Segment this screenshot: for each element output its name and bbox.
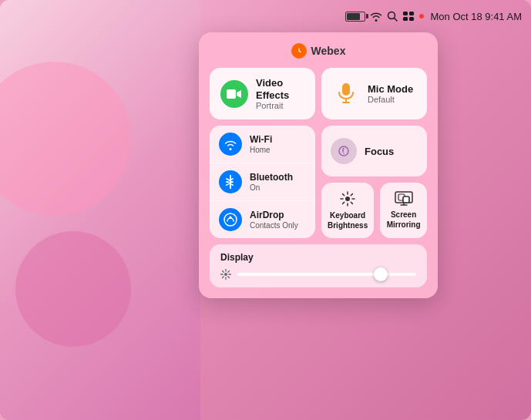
svg-line-21 <box>351 202 352 203</box>
display-section: Display <box>210 244 427 287</box>
menu-time: Mon Oct 18 9:41 AM <box>430 11 522 22</box>
svg-line-36 <box>228 277 230 278</box>
wifi-text: Wi-Fi Home <box>250 134 272 153</box>
wifi-icon <box>219 133 242 156</box>
bluetooth-item[interactable]: Bluetooth On <box>210 163 315 201</box>
focus-icon <box>331 138 357 164</box>
svg-line-1 <box>395 18 398 22</box>
svg-line-35 <box>223 271 224 273</box>
control-center-panel: Webex Video Effects Portrait <box>199 32 438 298</box>
airdrop-text: AirDrop Contacts Only <box>250 210 298 229</box>
webex-icon <box>291 43 307 59</box>
wifi-subtitle: Home <box>250 146 272 154</box>
brightness-slider[interactable] <box>237 273 416 276</box>
svg-line-37 <box>228 271 230 273</box>
brightness-min-icon <box>220 269 231 280</box>
screen-mirroring-label: Screen Mirroring <box>386 210 421 230</box>
keyboard-brightness-tile[interactable]: Keyboard Brightness <box>321 183 374 238</box>
control-center-menu-icon[interactable] <box>402 11 415 22</box>
focus-title: Focus <box>365 146 394 157</box>
bluetooth-icon <box>219 170 242 193</box>
battery-icon <box>345 12 365 22</box>
airdrop-icon <box>219 208 242 231</box>
wifi-title: Wi-Fi <box>250 134 272 145</box>
svg-rect-7 <box>227 89 236 99</box>
search-menu-icon[interactable] <box>387 11 398 22</box>
bluetooth-text: Bluetooth On <box>250 172 293 191</box>
bg-decoration-1 <box>0 62 131 216</box>
svg-point-13 <box>230 217 232 219</box>
airdrop-subtitle: Contacts Only <box>250 221 298 230</box>
menubar-dot <box>419 14 424 18</box>
screen-mirroring-tile[interactable]: Screen Mirroring <box>380 183 427 238</box>
svg-point-12 <box>224 213 237 226</box>
bluetooth-title: Bluetooth <box>250 172 293 183</box>
top-row: Video Effects Portrait Mic Mode Defaul <box>210 68 427 119</box>
svg-rect-5 <box>409 17 414 21</box>
video-effects-tile[interactable]: Video Effects Portrait <box>210 68 315 119</box>
mic-mode-tile[interactable]: Mic Mode Default <box>321 68 427 119</box>
mic-mode-icon <box>332 80 360 108</box>
brightness-fill <box>237 273 381 276</box>
wifi-item[interactable]: Wi-Fi Home <box>210 126 315 163</box>
brightness-thumb <box>374 267 388 281</box>
wifi-menu-icon[interactable] <box>370 11 382 22</box>
brightness-row <box>220 269 416 280</box>
video-effects-text: Video Effects Portrait <box>256 77 304 110</box>
menu-bar: Mon Oct 18 9:41 AM <box>0 6 531 26</box>
webex-label: Webex <box>311 45 346 57</box>
svg-rect-26 <box>403 197 409 203</box>
mic-mode-title: Mic Mode <box>368 83 413 96</box>
menu-bar-icons <box>345 11 424 22</box>
left-background <box>0 0 200 420</box>
mic-mode-text: Mic Mode Default <box>368 83 413 105</box>
video-effects-title: Video Effects <box>256 77 304 101</box>
mac-background: Mon Oct 18 9:41 AM Webex <box>0 0 531 420</box>
svg-rect-8 <box>342 83 350 96</box>
svg-point-14 <box>343 153 344 154</box>
webex-header: Webex <box>210 43 427 59</box>
display-label: Display <box>220 252 416 263</box>
svg-rect-4 <box>403 17 408 21</box>
screen-mirroring-icon <box>395 191 413 207</box>
airdrop-title: AirDrop <box>250 210 298 220</box>
svg-point-30 <box>224 273 227 276</box>
video-effects-subtitle: Portrait <box>256 101 304 110</box>
video-effects-icon <box>220 80 248 108</box>
bottom-right-row: Keyboard Brightness <box>321 183 427 238</box>
keyboard-brightness-icon <box>339 190 356 207</box>
mic-mode-subtitle: Default <box>368 95 413 104</box>
right-column: Focus <box>321 126 427 238</box>
airdrop-item[interactable]: AirDrop Contacts Only <box>210 201 315 238</box>
middle-row: Wi-Fi Home Bluetooth On <box>210 126 427 238</box>
svg-line-22 <box>351 194 352 196</box>
svg-point-15 <box>345 197 350 201</box>
svg-line-38 <box>223 277 224 278</box>
svg-line-23 <box>343 202 344 203</box>
bluetooth-subtitle: On <box>250 183 293 192</box>
network-column: Wi-Fi Home Bluetooth On <box>210 126 315 238</box>
svg-rect-3 <box>409 12 414 15</box>
keyboard-brightness-label: Keyboard Brightness <box>328 210 368 230</box>
focus-tile[interactable]: Focus <box>321 126 427 176</box>
svg-rect-2 <box>403 12 408 15</box>
svg-line-20 <box>343 194 344 196</box>
bg-decoration-2 <box>15 231 131 347</box>
